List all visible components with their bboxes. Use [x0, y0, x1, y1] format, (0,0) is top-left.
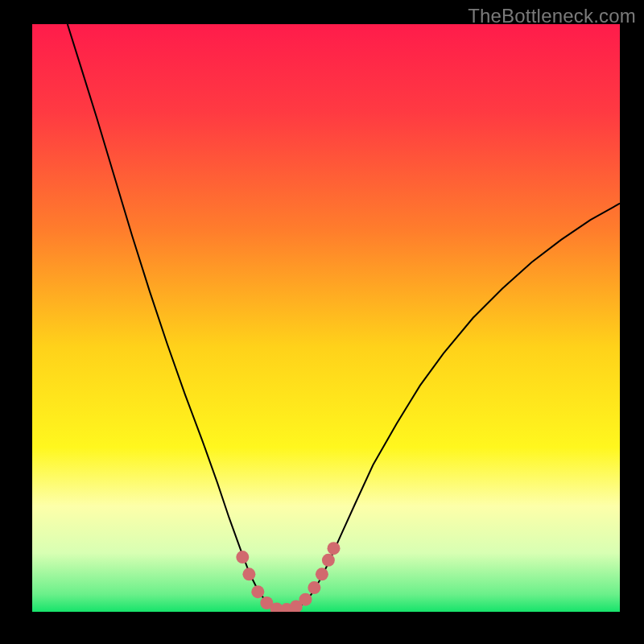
- plot-area: [32, 24, 620, 612]
- highlight-dot: [328, 542, 341, 555]
- highlight-dot: [242, 568, 255, 580]
- highlight-dot: [236, 551, 249, 564]
- highlight-dot: [316, 568, 328, 580]
- highlight-dot: [322, 554, 335, 567]
- chart-frame: TheBottleneck.com: [0, 0, 644, 644]
- highlight-dot: [299, 593, 312, 606]
- gradient-background: [32, 24, 620, 612]
- highlight-dot: [251, 585, 264, 598]
- chart-svg: [32, 24, 620, 612]
- highlight-dot: [308, 581, 320, 594]
